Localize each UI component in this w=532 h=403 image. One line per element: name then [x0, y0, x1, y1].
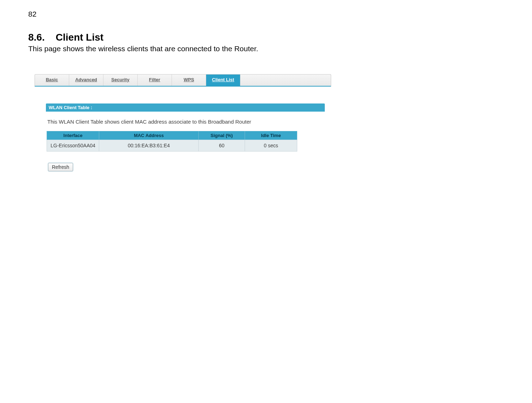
- section-description: This page shows the wireless clients tha…: [28, 45, 504, 53]
- col-header-interface: Interface: [47, 131, 99, 140]
- col-header-mac: MAC Address: [99, 131, 198, 140]
- wlan-client-table: Interface MAC Address Signal (%) Idle Ti…: [47, 131, 297, 152]
- cell-interface: LG-Ericsson50AA04: [47, 140, 99, 152]
- tab-strip: Basic Advanced Security Filter WPS Clien…: [35, 74, 331, 87]
- section-heading: 8.6. Client List: [28, 32, 504, 43]
- tab-client-list[interactable]: Client List: [206, 75, 240, 86]
- col-header-signal: Signal (%): [198, 131, 245, 140]
- cell-idle: 0 secs: [245, 140, 297, 152]
- tab-basic[interactable]: Basic: [35, 75, 69, 86]
- section-number: 8.6.: [28, 32, 53, 43]
- section-title: Client List: [56, 32, 103, 43]
- refresh-button[interactable]: Refresh: [48, 163, 73, 171]
- cell-signal: 60: [198, 140, 245, 152]
- panel-note: This WLAN Client Table shows client MAC …: [46, 112, 325, 131]
- table-header-row: Interface MAC Address Signal (%) Idle Ti…: [47, 131, 297, 140]
- wlan-client-panel: WLAN Client Table : This WLAN Client Tab…: [46, 103, 325, 171]
- router-ui-screenshot: Basic Advanced Security Filter WPS Clien…: [35, 74, 331, 171]
- table-row: LG-Ericsson50AA04 00:16:EA:B3:61:E4 60 0…: [47, 140, 297, 152]
- col-header-idle: Idle Time: [245, 131, 297, 140]
- tab-security[interactable]: Security: [103, 75, 138, 86]
- tab-wps[interactable]: WPS: [172, 75, 206, 86]
- tab-advanced[interactable]: Advanced: [69, 75, 103, 86]
- cell-mac: 00:16:EA:B3:61:E4: [99, 140, 198, 152]
- tab-filter[interactable]: Filter: [138, 75, 172, 86]
- page-number: 82: [28, 10, 504, 18]
- panel-title: WLAN Client Table :: [46, 103, 325, 112]
